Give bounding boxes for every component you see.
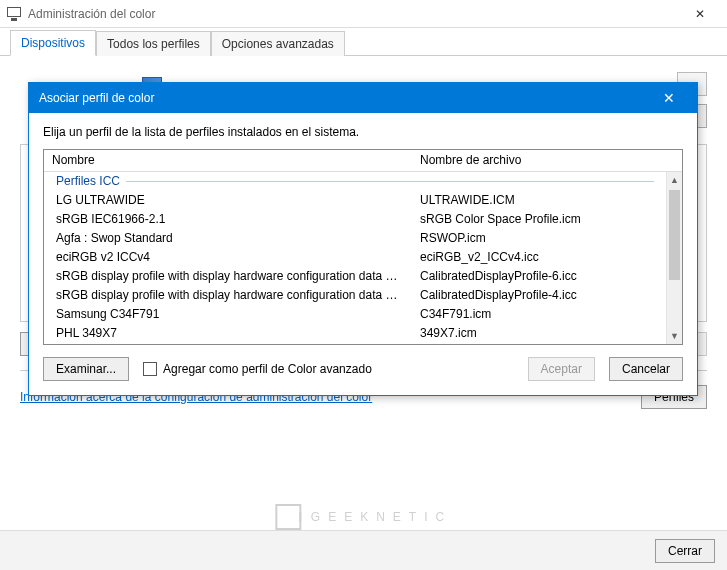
checkbox-icon[interactable] (143, 362, 157, 376)
list-rows: Perfiles ICC LG ULTRAWIDEULTRAWIDE.ICM s… (44, 172, 666, 344)
column-header-name[interactable]: Nombre (44, 150, 412, 171)
tab-strip: Dispositivos Todos los perfiles Opciones… (0, 28, 727, 56)
window-title: Administración del color (28, 7, 155, 21)
scrollbar[interactable]: ▲ ▼ (666, 172, 682, 344)
list-item[interactable]: sRGB IEC61966-2.1sRGB Color Space Profil… (44, 209, 666, 228)
close-button[interactable]: Cerrar (655, 539, 715, 563)
watermark-text: GEEKNETIC (311, 510, 452, 524)
scroll-thumb[interactable] (669, 190, 680, 280)
section-icc-profiles: Perfiles ICC (44, 172, 666, 190)
list-item[interactable]: PHL 349X7349X7.icm (44, 323, 666, 342)
profile-list[interactable]: Nombre Nombre de archivo Perfiles ICC LG… (43, 149, 683, 345)
tab-all-profiles[interactable]: Todos los perfiles (96, 31, 211, 56)
scroll-up-icon[interactable]: ▲ (667, 172, 682, 188)
cancel-button[interactable]: Cancelar (609, 357, 683, 381)
list-item[interactable]: Agfa : Swop StandardRSWOP.icm (44, 228, 666, 247)
window-close-button[interactable]: ✕ (679, 3, 721, 25)
dialog-title: Asociar perfil de color (39, 91, 651, 105)
tab-devices[interactable]: Dispositivos (10, 30, 96, 56)
main-titlebar: Administración del color ✕ (0, 0, 727, 28)
browse-button[interactable]: Examinar... (43, 357, 129, 381)
associate-profile-dialog: Asociar perfil de color ✕ Elija un perfi… (28, 82, 698, 396)
advanced-profile-checkbox[interactable]: Agregar como perfil de Color avanzado (143, 362, 372, 376)
scroll-down-icon[interactable]: ▼ (667, 328, 682, 344)
app-icon (6, 6, 22, 22)
dialog-instruction: Elija un perfil de la lista de perfiles … (43, 125, 683, 139)
dialog-titlebar: Asociar perfil de color ✕ (29, 83, 697, 113)
footer: Cerrar (0, 530, 727, 570)
list-item[interactable]: eciRGB v2 ICCv4eciRGB_v2_ICCv4.icc (44, 247, 666, 266)
list-item[interactable]: Samsung C34F791C34F791.icm (44, 304, 666, 323)
dialog-close-button[interactable]: ✕ (651, 86, 687, 110)
list-item[interactable]: LG ULTRAWIDEULTRAWIDE.ICM (44, 190, 666, 209)
list-item[interactable]: sRGB display profile with display hardwa… (44, 285, 666, 304)
ok-button: Aceptar (528, 357, 595, 381)
tab-advanced-options[interactable]: Opciones avanzadas (211, 31, 345, 56)
column-header-file[interactable]: Nombre de archivo (412, 150, 682, 171)
watermark: GEEKNETIC (275, 504, 452, 530)
list-header: Nombre Nombre de archivo (44, 150, 682, 172)
advanced-profile-checkbox-label: Agregar como perfil de Color avanzado (163, 362, 372, 376)
list-item[interactable]: sRGB display profile with display hardwa… (44, 266, 666, 285)
